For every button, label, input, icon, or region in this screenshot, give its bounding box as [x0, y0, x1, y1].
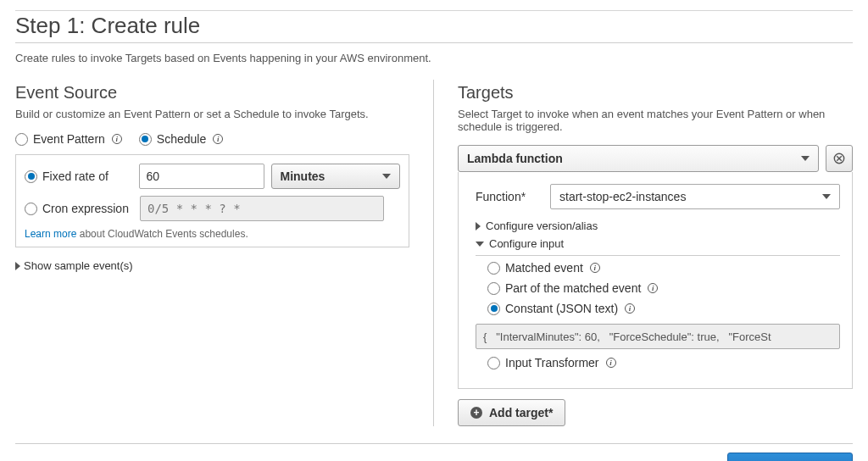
event-source-mode-row: Event Pattern i Schedule i	[15, 132, 409, 146]
target-type-dropdown[interactable]: Lambda function	[458, 145, 819, 172]
page-title: Step 1: Create rule	[15, 10, 853, 43]
learn-more-link[interactable]: Learn more	[25, 228, 76, 240]
targets-column: Targets Select Target to invoke when an …	[434, 80, 853, 426]
chevron-down-icon	[822, 194, 831, 199]
configure-details-button[interactable]: Configure details	[727, 453, 853, 461]
info-icon[interactable]: i	[590, 263, 600, 273]
add-target-label: Add target*	[489, 406, 553, 419]
rate-unit-label: Minutes	[281, 169, 326, 183]
chevron-down-icon	[801, 156, 810, 161]
main-columns: Event Source Build or customize an Event…	[15, 80, 853, 444]
event-source-title: Event Source	[15, 83, 409, 103]
fixed-rate-row: Fixed rate of Minutes	[25, 164, 400, 189]
chevron-down-icon	[382, 174, 391, 179]
radio-fixed-rate[interactable]: Fixed rate of	[25, 169, 132, 183]
chevron-right-icon	[15, 262, 20, 270]
radio-event-pattern-label: Event Pattern	[33, 132, 105, 146]
info-icon[interactable]: i	[625, 303, 635, 314]
constant-json-label: Constant (JSON text)	[505, 302, 618, 315]
show-sample-events[interactable]: Show sample event(s)	[15, 259, 409, 272]
event-source-description: Build or customize an Event Pattern or s…	[15, 108, 409, 120]
function-row: Function* start-stop-ec2-instances	[476, 184, 840, 209]
rate-value-input[interactable]	[139, 164, 264, 189]
radio-icon	[487, 282, 500, 295]
function-label: Function*	[476, 190, 535, 203]
info-icon[interactable]: i	[213, 134, 223, 144]
radio-constant-json[interactable]: Constant (JSON text) i	[487, 302, 840, 315]
chevron-right-icon	[476, 222, 481, 230]
function-dropdown[interactable]: start-stop-ec2-instances	[550, 184, 840, 209]
target-type-label: Lambda function	[467, 152, 563, 165]
input-options-2: Input Transformer i	[487, 356, 840, 369]
configure-version-label: Configure version/alias	[486, 219, 598, 232]
radio-icon	[487, 262, 500, 275]
radio-icon	[25, 203, 37, 215]
page-description: Create rules to invoke Targets based on …	[15, 52, 853, 64]
learn-more-tail: about CloudWatch Events schedules.	[80, 228, 248, 240]
radio-icon	[15, 133, 28, 146]
radio-icon	[139, 133, 152, 146]
radio-input-transformer[interactable]: Input Transformer i	[487, 356, 840, 369]
remove-target-button[interactable]	[826, 145, 853, 172]
learn-more-line: Learn more about CloudWatch Events sched…	[25, 228, 400, 240]
fixed-rate-label: Fixed rate of	[42, 169, 108, 183]
info-icon[interactable]: i	[648, 283, 658, 293]
radio-cron[interactable]: Cron expression	[25, 202, 133, 215]
plus-icon: +	[470, 407, 482, 419]
footer-actions: Cancel Configure details	[663, 453, 853, 461]
constant-json-input[interactable]	[476, 324, 840, 349]
radio-event-pattern[interactable]: Event Pattern i	[15, 132, 122, 146]
event-source-column: Event Source Build or customize an Event…	[15, 80, 434, 426]
radio-schedule-label: Schedule	[157, 132, 206, 146]
info-icon[interactable]: i	[112, 134, 122, 144]
configure-input-label: Configure input	[489, 237, 564, 250]
matched-event-label: Matched event	[505, 261, 583, 275]
cron-row: Cron expression	[25, 196, 400, 221]
configure-input-expander[interactable]: Configure input	[476, 237, 840, 256]
schedule-box: Fixed rate of Minutes Cron expression Le…	[15, 154, 409, 247]
target-header-row: Lambda function	[458, 145, 853, 172]
part-matched-label: Part of the matched event	[505, 281, 641, 295]
input-options: Matched event i Part of the matched even…	[487, 261, 840, 315]
chevron-down-icon	[476, 242, 484, 247]
footer-row: * Required Cancel Configure details	[15, 453, 853, 461]
configure-version-expander[interactable]: Configure version/alias	[476, 219, 840, 232]
radio-matched-event[interactable]: Matched event i	[487, 261, 840, 275]
remove-icon	[833, 153, 845, 164]
targets-description: Select Target to invoke when an event ma…	[458, 108, 853, 133]
targets-title: Targets	[458, 83, 853, 103]
cron-label: Cron expression	[42, 202, 129, 215]
show-sample-label: Show sample event(s)	[24, 259, 133, 272]
function-value: start-stop-ec2-instances	[559, 190, 686, 203]
target-body: Function* start-stop-ec2-instances Confi…	[458, 172, 853, 389]
radio-schedule[interactable]: Schedule i	[139, 132, 223, 146]
radio-icon	[487, 303, 500, 315]
rate-unit-dropdown[interactable]: Minutes	[271, 164, 400, 189]
input-transformer-label: Input Transformer	[505, 356, 599, 369]
radio-part-matched[interactable]: Part of the matched event i	[487, 281, 840, 295]
radio-icon	[25, 170, 37, 183]
radio-icon	[487, 357, 500, 369]
add-target-button[interactable]: + Add target*	[458, 399, 565, 426]
cron-input	[140, 196, 384, 221]
info-icon[interactable]: i	[606, 358, 616, 368]
